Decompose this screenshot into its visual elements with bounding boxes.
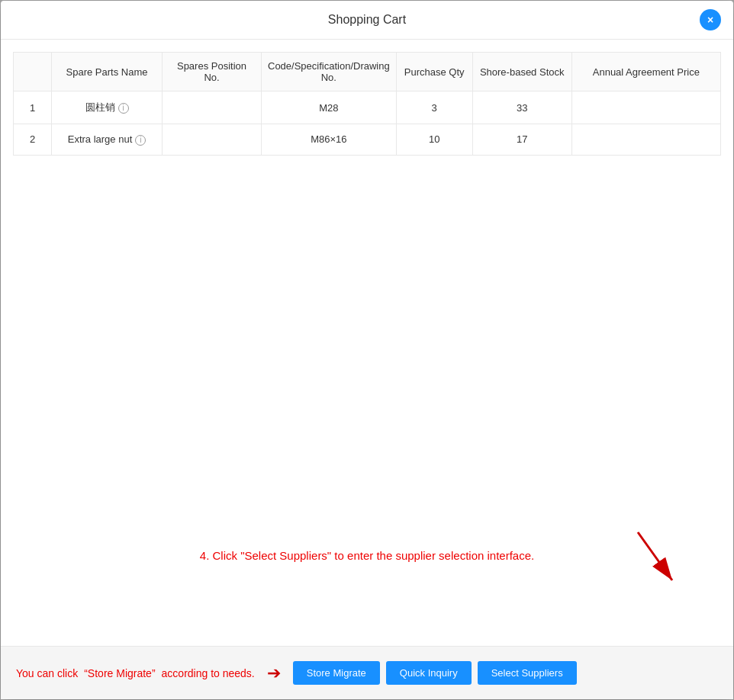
col-header-name: Spare Parts Name	[52, 53, 163, 92]
modal-body: Spare Parts Name Spares Position No. Cod…	[1, 40, 733, 646]
cell-position	[163, 124, 262, 156]
footer-right-arrow-icon: ➔	[267, 663, 281, 683]
cell-no: 2	[14, 124, 52, 156]
cell-purchase-qty: 10	[396, 124, 472, 156]
col-header-position: Spares Position No.	[163, 53, 262, 92]
table-row: 1圆柱销iM28333	[14, 92, 721, 124]
modal: Shopping Cart × Spare Parts Name Spares …	[1, 1, 733, 699]
footer-store-migrate-text: “Store Migrate”	[84, 667, 155, 679]
info-icon[interactable]: i	[118, 103, 129, 114]
footer-text-according: according to needs.	[162, 667, 255, 679]
table-row: 2Extra large nutiM86×161017	[14, 124, 721, 156]
col-header-purchase: Purchase Qty	[396, 53, 472, 92]
cell-purchase-qty: 3	[396, 92, 472, 124]
cell-name: Extra large nuti	[52, 124, 163, 156]
store-migrate-button[interactable]: Store Migrate	[293, 661, 380, 685]
shopping-cart-table: Spare Parts Name Spares Position No. Cod…	[13, 52, 721, 156]
cell-shore-stock: 17	[472, 124, 571, 156]
cell-code: M86×16	[262, 124, 397, 156]
cell-shore-stock: 33	[472, 92, 571, 124]
cell-position	[163, 92, 262, 124]
red-arrow-icon	[634, 528, 680, 589]
col-header-code: Code/Specification/Drawing No.	[262, 53, 397, 92]
modal-header: Shopping Cart ×	[1, 1, 733, 40]
col-header-no	[14, 53, 52, 92]
footer-text-you-can-click: You can click	[16, 667, 78, 679]
cell-name: 圆柱销i	[52, 92, 163, 124]
svg-line-1	[638, 532, 672, 580]
cell-code: M28	[262, 92, 397, 124]
col-header-annual-price: Annual Agreement Price	[571, 53, 720, 92]
cell-annual-price	[571, 92, 720, 124]
col-header-shore-stock: Shore-based Stock	[472, 53, 571, 92]
modal-title: Shopping Cart	[328, 13, 406, 27]
cell-annual-price	[571, 124, 720, 156]
quick-inquiry-button[interactable]: Quick Inquiry	[386, 661, 472, 685]
modal-footer: You can click “Store Migrate” according …	[1, 646, 733, 699]
cell-no: 1	[14, 92, 52, 124]
close-button[interactable]: ×	[700, 9, 721, 31]
modal-overlay: Shopping Cart × Spare Parts Name Spares …	[0, 0, 734, 700]
info-icon[interactable]: i	[135, 135, 146, 146]
step4-instruction: 4. Click "Select Suppliers" to enter the…	[1, 549, 733, 562]
select-suppliers-button[interactable]: Select Suppliers	[478, 661, 577, 685]
